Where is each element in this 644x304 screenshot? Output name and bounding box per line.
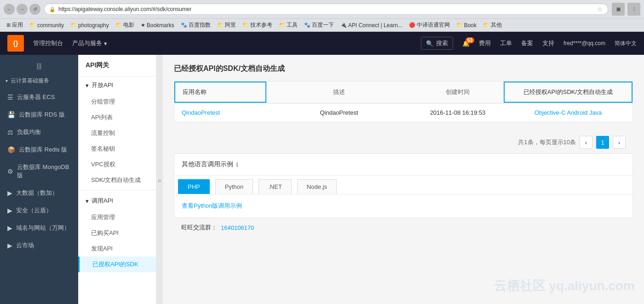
sdk-links[interactable]: Objective-C Android Java bbox=[535, 109, 602, 116]
bookmark-star-icon[interactable]: ☆ bbox=[597, 6, 603, 13]
cell-desc: QindaoPretest bbox=[266, 104, 412, 122]
bookmark-bookmarks[interactable]: ★ Bookmarks bbox=[138, 21, 177, 29]
lang-content: 查看Python版调用示例 bbox=[174, 194, 632, 217]
col-time: 创建时间 bbox=[412, 82, 504, 102]
section-arrow-icon: ▾ bbox=[6, 78, 8, 83]
backup-label[interactable]: 备案 bbox=[521, 39, 533, 47]
sidebar-item-flow-control[interactable]: 流量控制 bbox=[78, 125, 156, 141]
tab-dotnet[interactable]: .NET bbox=[259, 179, 292, 194]
products-dropdown[interactable]: 产品与服务 ▾ bbox=[72, 39, 107, 47]
browser-menu-btn[interactable]: ⋮ bbox=[627, 3, 640, 16]
forward-button[interactable]: → bbox=[17, 4, 28, 15]
collapse-icon: ||| bbox=[37, 62, 42, 70]
bookmark-ali[interactable]: 📁 阿里 bbox=[214, 20, 239, 30]
sidebar-item-discover-api[interactable]: 发现API bbox=[78, 241, 156, 257]
tab-php[interactable]: PHP bbox=[178, 179, 210, 194]
redis-icon: 📦 bbox=[7, 146, 15, 153]
app-name-link[interactable]: QindaoPretest bbox=[182, 109, 220, 116]
sidebar-item-market[interactable]: ▶ 云市场 bbox=[0, 237, 78, 254]
console-label[interactable]: 管理控制台 bbox=[33, 39, 63, 47]
pagination-summary: 共1条，每页显示10条 bbox=[518, 138, 576, 146]
sidebar-item-group-mgmt[interactable]: 分组管理 bbox=[78, 94, 156, 110]
sidebar-item-app-mgmt[interactable]: 应用管理 bbox=[78, 210, 156, 225]
user-label[interactable]: fred****@qq.com bbox=[564, 40, 605, 47]
sidebar-item-bigdata[interactable]: ▶ 大数据（数加） bbox=[0, 184, 78, 202]
sidebar-item-ecs[interactable]: ☰ 云服务器 ECS bbox=[0, 88, 78, 106]
sidebar-item-api-list[interactable]: API列表 bbox=[78, 110, 156, 125]
call-api-arrow-icon: ▾ bbox=[86, 198, 89, 205]
browser-chrome: ← → ↺ 🔒 https://apigateway.console.aliyu… bbox=[0, 0, 644, 32]
bookmark-movies[interactable]: 📁 电影 bbox=[113, 20, 137, 30]
collapse-handle[interactable]: ≡ bbox=[156, 55, 163, 304]
sidebar-item-rds[interactable]: 💾 云数据库 RDS 版 bbox=[0, 106, 78, 123]
sidebar-section-header[interactable]: ▾ 云计算基础服务 bbox=[0, 73, 78, 88]
bookmark-other-label: 其他 bbox=[491, 21, 502, 29]
bookmark-translator[interactable]: 🔴 中译语通官网 bbox=[406, 20, 453, 30]
table-row: QindaoPretest QindaoPretest 2016-11-08 1… bbox=[174, 103, 632, 122]
sidebar-item-market-label: 云市场 bbox=[16, 241, 34, 250]
bookmark-baidu-down[interactable]: 🐾 百度一下 bbox=[301, 20, 337, 30]
bookmark-other[interactable]: 📁 其他 bbox=[480, 20, 505, 30]
sidebar-item-sdk-doc[interactable]: SDK/文档自动生成 bbox=[78, 172, 156, 188]
content-link[interactable]: 查看Python版调用示例 bbox=[182, 202, 242, 209]
bigdata-icon: ▶ bbox=[7, 189, 12, 197]
bookmark-photography[interactable]: 📁 photography bbox=[68, 21, 112, 29]
sidebar-item-authorized-sdk[interactable]: 已授权API的SDK bbox=[78, 257, 156, 272]
sidebar-item-mongodb[interactable]: ⚙ 云数据库 MongoDB 版 bbox=[0, 158, 78, 184]
apps-icon: ⊞ bbox=[6, 22, 11, 28]
baidu-icon-2: 🐾 bbox=[304, 22, 310, 28]
call-api-section[interactable]: ▾ 调用API bbox=[78, 192, 156, 210]
sidebar-item-domain[interactable]: ▶ 域名与网站（万网） bbox=[0, 219, 78, 237]
call-api-label: 调用API bbox=[92, 197, 113, 205]
notification-btn[interactable]: 🔔 63 bbox=[462, 40, 470, 47]
lock-icon: 🔒 bbox=[49, 6, 56, 12]
cell-sdk-links: Objective-C Android Java bbox=[504, 104, 632, 122]
bookmark-tools-label: 工具 bbox=[287, 21, 298, 29]
bookmark-api-label: API Connect | Learn... bbox=[348, 22, 402, 29]
bookmark-book[interactable]: 📁 Book bbox=[454, 21, 479, 29]
notification-badge: 63 bbox=[466, 37, 474, 43]
bookmark-tools[interactable]: 📁 工具 bbox=[276, 20, 300, 30]
baidu-icon: 🐾 bbox=[181, 22, 187, 28]
sidebar-item-redis[interactable]: 📦 云数据库 Redis 版 bbox=[0, 141, 78, 158]
refresh-button[interactable]: ↺ bbox=[29, 4, 40, 15]
top-nav: {} 管理控制台 产品与服务 ▾ 🔍 搜索 🔔 63 费用 工单 备案 支持 f… bbox=[0, 32, 644, 55]
wangwang-value[interactable]: 1640106170 bbox=[221, 224, 254, 231]
sidebar-item-vpc-auth[interactable]: VPC授权 bbox=[78, 157, 156, 172]
bookmark-tech[interactable]: 📁 技术参考 bbox=[240, 20, 275, 30]
cost-label[interactable]: 费用 bbox=[479, 39, 491, 47]
cell-app-name: QindaoPretest bbox=[174, 104, 266, 122]
bookmark-apps[interactable]: ⊞ 应用 bbox=[4, 20, 26, 30]
browser-ext-btn[interactable]: ⊞ bbox=[612, 3, 625, 16]
current-page-btn[interactable]: 1 bbox=[596, 136, 609, 149]
search-box[interactable]: 🔍 搜索 bbox=[421, 37, 453, 50]
pagination: 共1条，每页显示10条 ‹ 1 › bbox=[174, 131, 633, 153]
sidebar-item-sign-key[interactable]: 签名秘钥 bbox=[78, 141, 156, 157]
sidebar-item-security[interactable]: ▶ 安全（云盾） bbox=[0, 202, 78, 219]
tab-python[interactable]: Python bbox=[215, 179, 253, 194]
bookmark-baidu-index[interactable]: 🐾 百度指数 bbox=[178, 20, 213, 30]
lang-label[interactable]: 简体中文 bbox=[615, 40, 637, 47]
logo[interactable]: {} bbox=[7, 35, 24, 52]
work-order-label[interactable]: 工单 bbox=[500, 39, 512, 47]
prev-page-btn[interactable]: ‹ bbox=[580, 136, 592, 149]
tab-nodejs[interactable]: Node.js bbox=[297, 179, 337, 194]
sidebar-item-redis-label: 云数据库 Redis 版 bbox=[19, 146, 67, 154]
sidebar-item-slb[interactable]: ⚖ 负载均衡 bbox=[0, 123, 78, 141]
main-content: 已经授权API的SDK/文档自动生成 应用名称 描述 创建时间 已经授权API的… bbox=[163, 55, 644, 304]
bookmark-api-connect[interactable]: 🔌 API Connect | Learn... bbox=[338, 21, 405, 29]
info-icon: ℹ bbox=[236, 161, 238, 168]
address-bar[interactable]: 🔒 https://apigateway.console.aliyun.com/… bbox=[44, 4, 608, 15]
open-api-section[interactable]: ▾ 开放API bbox=[78, 76, 156, 94]
support-label[interactable]: 支持 bbox=[542, 39, 554, 47]
sidebar-divider bbox=[78, 190, 156, 190]
domain-icon: ▶ bbox=[7, 224, 12, 232]
next-page-btn[interactable]: › bbox=[613, 136, 626, 149]
sidebar-collapse-btn[interactable]: ||| bbox=[0, 58, 78, 73]
back-button[interactable]: ← bbox=[4, 4, 15, 15]
sidebar-item-purchased-api[interactable]: 已购买API bbox=[78, 225, 156, 241]
other-title-text: 其他语言调用示例 bbox=[182, 160, 233, 169]
bookmark-community[interactable]: 📁 community bbox=[27, 21, 67, 29]
secondary-sidebar: API网关 ▾ 开放API 分组管理 API列表 流量控制 签名秘钥 VPC授权… bbox=[78, 55, 156, 304]
sidebar-section-label: 云计算基础服务 bbox=[11, 77, 49, 85]
